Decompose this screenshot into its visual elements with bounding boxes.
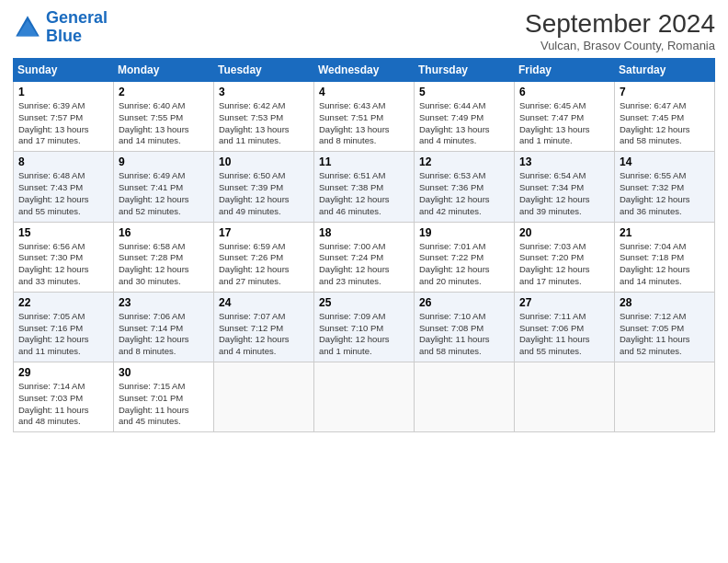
- calendar-cell: 16Sunrise: 6:58 AM Sunset: 7:28 PM Dayli…: [114, 222, 214, 292]
- day-number: 1: [18, 86, 108, 98]
- day-info: Sunrise: 6:54 AM Sunset: 7:34 PM Dayligh…: [519, 170, 609, 217]
- calendar-cell: 24Sunrise: 7:07 AM Sunset: 7:12 PM Dayli…: [214, 292, 314, 362]
- day-number: 30: [119, 366, 209, 379]
- calendar-cell: [314, 362, 415, 432]
- calendar-cell: 20Sunrise: 7:03 AM Sunset: 7:20 PM Dayli…: [515, 222, 615, 292]
- day-info: Sunrise: 7:11 AM Sunset: 7:06 PM Dayligh…: [519, 311, 609, 358]
- day-info: Sunrise: 6:55 AM Sunset: 7:32 PM Dayligh…: [620, 170, 710, 217]
- col-monday: Monday: [114, 59, 214, 82]
- day-info: Sunrise: 6:44 AM Sunset: 7:49 PM Dayligh…: [419, 100, 509, 147]
- calendar-cell: [515, 362, 615, 432]
- calendar-cell: 7Sunrise: 6:47 AM Sunset: 7:45 PM Daylig…: [615, 82, 715, 152]
- week-row-4: 22Sunrise: 7:05 AM Sunset: 7:16 PM Dayli…: [14, 292, 715, 362]
- calendar-cell: 14Sunrise: 6:55 AM Sunset: 7:32 PM Dayli…: [615, 152, 715, 222]
- day-number: 15: [18, 226, 108, 239]
- logo-icon: [13, 13, 42, 42]
- calendar-cell: 10Sunrise: 6:50 AM Sunset: 7:39 PM Dayli…: [214, 152, 314, 222]
- calendar-cell: 18Sunrise: 7:00 AM Sunset: 7:24 PM Dayli…: [314, 222, 415, 292]
- day-info: Sunrise: 7:00 AM Sunset: 7:24 PM Dayligh…: [319, 241, 409, 288]
- calendar-cell: 6Sunrise: 6:45 AM Sunset: 7:47 PM Daylig…: [515, 82, 615, 152]
- day-info: Sunrise: 6:50 AM Sunset: 7:39 PM Dayligh…: [219, 170, 309, 217]
- col-friday: Friday: [515, 59, 615, 82]
- day-number: 16: [119, 226, 209, 239]
- calendar-cell: [214, 362, 314, 432]
- col-tuesday: Tuesday: [214, 59, 314, 82]
- day-number: 9: [119, 155, 209, 168]
- day-number: 29: [18, 366, 108, 379]
- calendar-cell: 13Sunrise: 6:54 AM Sunset: 7:34 PM Dayli…: [515, 152, 615, 222]
- header: General Blue September 2024 Vulcan, Bras…: [13, 9, 715, 52]
- calendar-cell: 11Sunrise: 6:51 AM Sunset: 7:38 PM Dayli…: [314, 152, 415, 222]
- calendar-header-row: Sunday Monday Tuesday Wednesday Thursday…: [14, 59, 715, 82]
- calendar-cell: 5Sunrise: 6:44 AM Sunset: 7:49 PM Daylig…: [415, 82, 515, 152]
- day-number: 4: [319, 86, 409, 98]
- day-number: 19: [419, 226, 509, 239]
- day-info: Sunrise: 6:58 AM Sunset: 7:28 PM Dayligh…: [119, 241, 209, 288]
- day-number: 27: [519, 296, 609, 309]
- calendar-cell: 8Sunrise: 6:48 AM Sunset: 7:43 PM Daylig…: [14, 152, 114, 222]
- day-number: 11: [319, 155, 409, 168]
- svg-marker-1: [17, 20, 38, 37]
- day-number: 14: [620, 155, 710, 168]
- day-info: Sunrise: 6:47 AM Sunset: 7:45 PM Dayligh…: [620, 100, 710, 147]
- day-number: 25: [319, 296, 409, 309]
- calendar-cell: 9Sunrise: 6:49 AM Sunset: 7:41 PM Daylig…: [114, 152, 214, 222]
- day-info: Sunrise: 6:45 AM Sunset: 7:47 PM Dayligh…: [519, 100, 609, 147]
- calendar-cell: 4Sunrise: 6:43 AM Sunset: 7:51 PM Daylig…: [314, 82, 415, 152]
- day-number: 10: [219, 155, 309, 168]
- calendar-table: Sunday Monday Tuesday Wednesday Thursday…: [13, 58, 715, 432]
- day-info: Sunrise: 7:06 AM Sunset: 7:14 PM Dayligh…: [119, 311, 209, 358]
- logo-line2: Blue: [46, 27, 82, 45]
- title-block: September 2024 Vulcan, Brasov County, Ro…: [525, 9, 715, 52]
- week-row-5: 29Sunrise: 7:14 AM Sunset: 7:03 PM Dayli…: [14, 362, 715, 432]
- day-number: 20: [519, 226, 609, 239]
- calendar-cell: [615, 362, 715, 432]
- day-info: Sunrise: 7:15 AM Sunset: 7:01 PM Dayligh…: [119, 381, 209, 428]
- day-info: Sunrise: 6:56 AM Sunset: 7:30 PM Dayligh…: [18, 241, 108, 288]
- calendar-cell: 19Sunrise: 7:01 AM Sunset: 7:22 PM Dayli…: [415, 222, 515, 292]
- day-info: Sunrise: 7:09 AM Sunset: 7:10 PM Dayligh…: [319, 311, 409, 358]
- day-info: Sunrise: 7:05 AM Sunset: 7:16 PM Dayligh…: [18, 311, 108, 358]
- col-thursday: Thursday: [415, 59, 515, 82]
- day-info: Sunrise: 7:04 AM Sunset: 7:18 PM Dayligh…: [620, 241, 710, 288]
- logo-text: General Blue: [46, 9, 108, 46]
- col-wednesday: Wednesday: [314, 59, 415, 82]
- calendar-cell: 28Sunrise: 7:12 AM Sunset: 7:05 PM Dayli…: [615, 292, 715, 362]
- calendar-cell: 30Sunrise: 7:15 AM Sunset: 7:01 PM Dayli…: [114, 362, 214, 432]
- col-saturday: Saturday: [615, 59, 715, 82]
- calendar-cell: 27Sunrise: 7:11 AM Sunset: 7:06 PM Dayli…: [515, 292, 615, 362]
- calendar-cell: 12Sunrise: 6:53 AM Sunset: 7:36 PM Dayli…: [415, 152, 515, 222]
- calendar-cell: 29Sunrise: 7:14 AM Sunset: 7:03 PM Dayli…: [14, 362, 114, 432]
- day-info: Sunrise: 6:39 AM Sunset: 7:57 PM Dayligh…: [18, 100, 108, 147]
- logo: General Blue: [13, 9, 108, 46]
- day-info: Sunrise: 6:40 AM Sunset: 7:55 PM Dayligh…: [119, 100, 209, 147]
- day-info: Sunrise: 6:42 AM Sunset: 7:53 PM Dayligh…: [219, 100, 309, 147]
- calendar-cell: 22Sunrise: 7:05 AM Sunset: 7:16 PM Dayli…: [14, 292, 114, 362]
- day-number: 21: [620, 226, 710, 239]
- day-number: 8: [18, 155, 108, 168]
- day-info: Sunrise: 7:12 AM Sunset: 7:05 PM Dayligh…: [620, 311, 710, 358]
- day-number: 13: [519, 155, 609, 168]
- day-number: 18: [319, 226, 409, 239]
- day-info: Sunrise: 6:49 AM Sunset: 7:41 PM Dayligh…: [119, 170, 209, 217]
- day-info: Sunrise: 6:53 AM Sunset: 7:36 PM Dayligh…: [419, 170, 509, 217]
- calendar-cell: 1Sunrise: 6:39 AM Sunset: 7:57 PM Daylig…: [14, 82, 114, 152]
- calendar-cell: 17Sunrise: 6:59 AM Sunset: 7:26 PM Dayli…: [214, 222, 314, 292]
- calendar-cell: 23Sunrise: 7:06 AM Sunset: 7:14 PM Dayli…: [114, 292, 214, 362]
- day-number: 28: [620, 296, 710, 309]
- day-number: 22: [18, 296, 108, 309]
- day-number: 3: [219, 86, 309, 98]
- location-subtitle: Vulcan, Brasov County, Romania: [525, 39, 715, 52]
- day-number: 5: [419, 86, 509, 98]
- calendar-cell: 2Sunrise: 6:40 AM Sunset: 7:55 PM Daylig…: [114, 82, 214, 152]
- day-number: 6: [519, 86, 609, 98]
- day-number: 17: [219, 226, 309, 239]
- day-info: Sunrise: 7:14 AM Sunset: 7:03 PM Dayligh…: [18, 381, 108, 428]
- day-info: Sunrise: 7:10 AM Sunset: 7:08 PM Dayligh…: [419, 311, 509, 358]
- day-number: 24: [219, 296, 309, 309]
- day-info: Sunrise: 7:07 AM Sunset: 7:12 PM Dayligh…: [219, 311, 309, 358]
- page-container: General Blue September 2024 Vulcan, Bras…: [0, 0, 728, 442]
- day-number: 2: [119, 86, 209, 98]
- day-info: Sunrise: 6:51 AM Sunset: 7:38 PM Dayligh…: [319, 170, 409, 217]
- day-info: Sunrise: 7:03 AM Sunset: 7:20 PM Dayligh…: [519, 241, 609, 288]
